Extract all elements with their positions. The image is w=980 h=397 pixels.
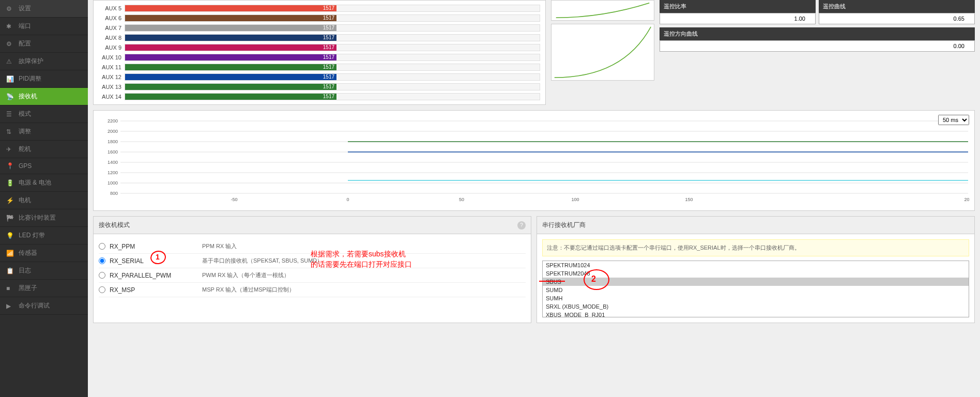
sidebar-label: 传感器 (19, 249, 37, 257)
sidebar-item-setup[interactable]: ⚙设置 (0, 0, 88, 18)
channel-bar: 1517 (125, 34, 540, 41)
channel-label: AUX 10 (99, 54, 125, 60)
rc-curve-input[interactable] (819, 13, 975, 24)
channel-label: AUX 9 (99, 44, 125, 51)
sidebar-label: 模式 (19, 110, 31, 118)
svg-text:2000: 2000 (108, 129, 118, 134)
sidebar-item-failsafe[interactable]: ⚠故障保护 (0, 53, 88, 70)
sidebar-label: 比赛计时装置 (19, 213, 56, 222)
sidebar-item-cli[interactable]: ▶命令行调试 (0, 297, 88, 315)
sidebar-item-pid[interactable]: 📊PID调整 (0, 70, 88, 88)
rx-option-row: RX_MSP MSP RX 输入（通过MSP端口控制） (99, 283, 526, 297)
channel-row: AUX 7 1517 (99, 23, 540, 33)
rx-option-name: RX_PPM (110, 243, 135, 250)
channel-row: AUX 8 1517 (99, 33, 540, 42)
provider-option[interactable]: XBUS_MODE_B_RJ01 (543, 311, 969, 317)
svg-text:200: 200 (964, 197, 969, 202)
channel-label: AUX 7 (99, 25, 125, 31)
rates-panel: 遥控比率 遥控曲线 遥控方向曲线 (660, 0, 975, 105)
timeline-graph: 50 ms 2200200018001600140012001000800 -5… (93, 110, 975, 211)
sidebar-item-blackbox[interactable]: ■黑匣子 (0, 280, 88, 297)
channel-row: AUX 11 1517 (99, 63, 540, 72)
log-icon: 📋 (6, 267, 14, 274)
help-icon[interactable]: ? (517, 221, 526, 230)
modes-icon: ☰ (6, 111, 14, 118)
channel-bar: 1517 (125, 54, 540, 61)
sidebar-item-race[interactable]: 🏁比赛计时装置 (0, 209, 88, 227)
channel-value: 1517 (323, 64, 334, 70)
svg-text:1200: 1200 (108, 170, 118, 175)
channel-label: AUX 14 (99, 94, 125, 100)
provider-option[interactable]: SBUS (543, 278, 969, 286)
rx-option-desc: PPM RX 输入 (202, 242, 237, 250)
svg-text:0: 0 (346, 197, 349, 202)
rx-radio-RX_SERIAL[interactable] (99, 257, 105, 264)
sidebar-item-power[interactable]: 🔋电源 & 电池 (0, 174, 88, 192)
sidebar-item-ports[interactable]: ✱端口 (0, 18, 88, 35)
sidebar-label: 电机 (19, 196, 31, 205)
channel-row: AUX 9 1517 (99, 43, 540, 52)
sidebar-item-led[interactable]: 💡LED 灯带 (0, 227, 88, 245)
sidebar-item-receiver[interactable]: 📡接收机 (0, 88, 88, 105)
channel-value: 1517 (323, 84, 334, 90)
sidebar-label: 配置 (19, 39, 31, 48)
timeline-svg: 2200200018001600140012001000800 -5005010… (99, 116, 969, 204)
rx-radio-RX_PPM[interactable] (99, 243, 105, 250)
channel-row: AUX 14 1517 (99, 92, 540, 101)
rx-option-name: RX_PARALLEL_PWM (110, 272, 171, 279)
channel-row: AUX 12 1517 (99, 72, 540, 82)
main-content: AUX 5 1517 AUX 6 1517 AUX 7 1517 AUX 8 1… (88, 0, 980, 397)
sidebar-item-config[interactable]: ⚙配置 (0, 35, 88, 53)
rx-radio-RX_PARALLEL_PWM[interactable] (99, 272, 105, 279)
sidebar-label: 接收机 (19, 92, 37, 101)
rc-rate-curve (551, 0, 654, 21)
rc-rate-input[interactable] (660, 13, 816, 24)
rx-option-desc: PWM RX 输入（每个通道一根线） (202, 271, 289, 279)
sidebar-label: PID调整 (19, 74, 41, 83)
sidebar-item-gps[interactable]: 📍GPS (0, 158, 88, 174)
channel-row: AUX 6 1517 (99, 13, 540, 23)
rx-option-row: RX_PARALLEL_PWM PWM RX 输入（每个通道一根线） (99, 268, 526, 283)
sidebar-item-log[interactable]: 📋日志 (0, 262, 88, 280)
sidebar-item-adjust[interactable]: ⇅调整 (0, 123, 88, 141)
channel-bar: 1517 (125, 73, 540, 81)
provider-select[interactable]: SPEKTRUM1024SPEKTRUM2048SBUSSUMDSUMHSRXL… (542, 261, 969, 317)
sidebar: ⚙设置 ✱端口 ⚙配置 ⚠故障保护 📊PID调整 📡接收机 ☰模式 ⇅调整 ✈舵… (0, 0, 88, 397)
yaw-curve-label: 遥控方向曲线 (660, 27, 975, 40)
provider-panel: 串行接收机厂商 注意：不要忘记通过端口选项卡配置一个串行端口，使用RX_SERI… (537, 216, 975, 323)
provider-option[interactable]: SUMD (543, 286, 969, 294)
sidebar-item-motors[interactable]: ⚡电机 (0, 192, 88, 209)
sidebar-item-modes[interactable]: ☰模式 (0, 105, 88, 123)
rx-radio-RX_MSP[interactable] (99, 286, 105, 293)
channel-bar: 1517 (125, 83, 540, 90)
svg-text:50: 50 (459, 197, 464, 202)
channel-value: 1517 (323, 15, 334, 21)
svg-text:1600: 1600 (108, 149, 118, 155)
svg-text:1000: 1000 (108, 180, 118, 186)
channel-label: AUX 13 (99, 84, 125, 90)
rx-option-desc: MSP RX 输入（通过MSP端口控制） (202, 286, 295, 294)
rx-option-row: RX_SERIAL 基于串口的接收机（SPEKSAT, SBUS, SUMD） (99, 254, 526, 268)
sidebar-label: 设置 (19, 4, 31, 13)
provider-option[interactable]: SPEKTRUM1024 (543, 261, 969, 269)
ports-icon: ✱ (6, 23, 14, 30)
refresh-rate-select[interactable]: 50 ms (938, 115, 969, 125)
led-icon: 💡 (6, 232, 14, 239)
provider-option[interactable]: SPEKTRUM2048 (543, 269, 969, 278)
rx-option-desc: 基于串口的接收机（SPEKSAT, SBUS, SUMD） (202, 257, 323, 265)
receiver-icon: 📡 (6, 93, 14, 100)
adjust-icon: ⇅ (6, 128, 14, 135)
yaw-curve-input[interactable] (660, 40, 975, 52)
rx-option-row: RX_PPM PPM RX 输入 (99, 239, 526, 254)
sidebar-item-servos[interactable]: ✈舵机 (0, 141, 88, 158)
gear-icon: ⚙ (6, 5, 14, 12)
channel-bar: 1517 (125, 24, 540, 32)
svg-text:1800: 1800 (108, 139, 118, 144)
provider-option[interactable]: SRXL (XBUS_MODE_B) (543, 302, 969, 311)
rx-option-name: RX_MSP (110, 286, 135, 294)
provider-option[interactable]: SUMH (543, 294, 969, 302)
channel-value: 1517 (323, 54, 334, 60)
sidebar-item-sensors[interactable]: 📶传感器 (0, 245, 88, 262)
sidebar-label: 端口 (19, 22, 31, 30)
sidebar-label: 舵机 (19, 145, 31, 154)
